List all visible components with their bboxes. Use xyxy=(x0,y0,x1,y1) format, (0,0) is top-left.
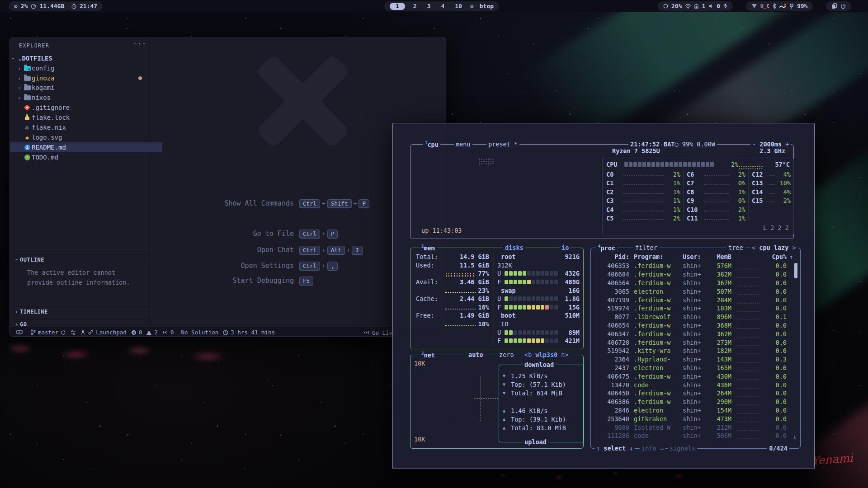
workspace-button[interactable]: 10 xyxy=(453,3,464,9)
battery-status: BAT○ 99% 0.00W xyxy=(662,141,717,148)
error-icon xyxy=(131,330,137,335)
process-row[interactable]: 406684 .ferdium-w shin+ 382M 0.0 xyxy=(591,270,800,279)
process-row[interactable]: 13470 code shin+ 436M 0.0 xyxy=(591,380,800,389)
process-row[interactable]: 253640 gitkraken shin+ 473M 0.0 xyxy=(591,414,800,423)
workspace-button[interactable]: 1 xyxy=(390,3,405,10)
proc-info-control[interactable]: info ↵ xyxy=(640,445,665,452)
tree-item-flake-nix[interactable]: ❄ flake.nix xyxy=(10,122,162,132)
proc-table-header[interactable]: Pid: Program: User: MemB Cpu% ↑ xyxy=(591,253,800,261)
system-stats-pill[interactable]: ⚙ 2% 11.44GB xyxy=(9,1,70,11)
active-window-title: btop xyxy=(480,3,494,9)
update-interval-control[interactable]: - 2000ms + xyxy=(750,141,791,148)
tray-pill[interactable]: U̲C 99% xyxy=(746,1,813,11)
net-interface-selector[interactable]: <b wlp3s0 n> xyxy=(523,351,571,358)
tree-item-kogami[interactable]: › kogami xyxy=(10,83,156,93)
net-tab[interactable]: 3net xyxy=(420,351,437,359)
tree-root-dotfiles[interactable]: › .DOTFILES xyxy=(10,53,150,63)
process-row[interactable]: 406347 .ferdium-w shin+ 362M 0.0 xyxy=(591,329,800,338)
outline-section-header[interactable]: › OUTLINE xyxy=(14,256,44,263)
process-row[interactable]: 519942 .kitty-wra shin+ 182M 0.0 xyxy=(591,347,800,355)
proc-scrollbar-thumb[interactable] xyxy=(794,263,797,278)
process-row[interactable]: 3065 electron shin+ 507M 0.0 xyxy=(591,287,800,296)
process-row[interactable]: 406450 .ferdium-w shin+ 264M 0.0 xyxy=(591,389,800,398)
tree-item-logo-svg[interactable]: ✱ logo.svg xyxy=(10,132,162,142)
ports-indicator[interactable]: 0 xyxy=(162,329,174,336)
process-row[interactable]: 2364 .Hyprland- shin+ 143M 0.3 xyxy=(591,355,800,364)
proc-filter-button[interactable]: filter xyxy=(633,244,659,251)
process-row[interactable]: 519974 .ferdium-w shin+ 103M 0.0 xyxy=(591,304,800,313)
process-row[interactable]: 406475 .ferdium-w shin+ 430M 0.0 xyxy=(591,372,800,380)
go-live-button[interactable]: Go Live xyxy=(363,328,396,337)
menu-button[interactable]: menu xyxy=(454,141,472,148)
workspace-list: 123410 xyxy=(390,3,464,10)
net-graph-dots xyxy=(474,398,498,399)
process-row[interactable]: 407199 .ferdium-w shin+ 284M 0.0 xyxy=(591,296,800,304)
core-column-1: C02%C11%C21%C31%C41%C52% xyxy=(606,169,680,222)
session-pill[interactable] xyxy=(826,1,851,11)
tree-item-config[interactable]: › config xyxy=(10,63,156,73)
proc-signals-control[interactable]: signals xyxy=(668,445,697,452)
folder-icon xyxy=(23,85,32,90)
process-row[interactable]: 406353 .ferdium-w shin+ 576M 0.0 xyxy=(591,262,800,270)
proc-tree-button[interactable]: tree xyxy=(726,244,745,251)
proc-tab[interactable]: 4proc xyxy=(596,244,617,252)
proc-select-control[interactable]: ↑ select ↓ xyxy=(594,445,635,452)
git-branch-button[interactable]: master xyxy=(31,329,66,336)
bluetooth-icon xyxy=(773,3,776,9)
process-row[interactable]: 406386 .ferdium-w shin+ 290M 0.0 xyxy=(591,398,800,406)
tree-item-ginoza[interactable]: › ginoza xyxy=(10,73,156,83)
launchpad-button[interactable]: Launchpad xyxy=(80,329,127,336)
mem-tab[interactable]: 2mem xyxy=(420,244,437,252)
explorer-more-actions-button[interactable]: ··· xyxy=(133,40,146,48)
modified-badge xyxy=(138,76,142,80)
settings-sync-button[interactable] xyxy=(71,330,76,335)
process-row[interactable]: 406564 .ferdium-w shin+ 367M 0.0 xyxy=(591,279,800,287)
process-row[interactable]: 406728 .ferdium-w shin+ 273M 0.0 xyxy=(591,338,800,347)
net-auto-button[interactable]: auto xyxy=(467,351,485,358)
process-row[interactable]: 8077 .librewolf shin+ 896M 0.1 xyxy=(591,313,800,321)
process-row[interactable]: 9080 Isolated W shin+ 212M 0.0 xyxy=(591,423,800,432)
chevron-down-icon: › xyxy=(14,257,20,263)
net-stat-row: ▼1.25 KiB/s xyxy=(499,371,584,380)
tree-item-gitignore[interactable]: .gitignore xyxy=(10,103,162,113)
timeline-section-header[interactable]: › TIMELINE xyxy=(14,308,48,315)
chevron-right-icon: › xyxy=(14,308,20,315)
lock-icon xyxy=(23,115,32,120)
tree-item-nixos[interactable]: › nixos xyxy=(10,93,156,103)
process-row[interactable]: 406654 .ferdium-w shin+ 368M 0.0 xyxy=(591,321,800,330)
svg-asterisk-icon: ✱ xyxy=(23,134,32,141)
errors-indicator[interactable]: 0 2 xyxy=(131,329,158,336)
workspace-button[interactable]: 4 xyxy=(439,3,447,9)
process-row[interactable]: 111286 code shin+ 506M 0.0 xyxy=(591,432,800,440)
clock-icon xyxy=(71,4,76,9)
vscode-window: EXPLORER ··· › .DOTFILES › config › gino… xyxy=(9,38,446,337)
quick-status-pill[interactable]: 20% 1 0 xyxy=(658,1,733,11)
solution-indicator[interactable]: No Solution xyxy=(181,329,218,336)
workspace-button[interactable]: 3 xyxy=(425,3,433,9)
cpu-usage-dots xyxy=(737,350,760,354)
disk-free-meter xyxy=(505,338,559,343)
brightness-icon xyxy=(663,4,668,9)
tree-item-todo[interactable]: ✓ TODO.md xyxy=(10,152,162,162)
cpu-tab[interactable]: 1cpu xyxy=(423,141,440,148)
time-tracker[interactable]: 3 hrs 41 mins xyxy=(223,329,275,336)
clock-pill[interactable]: 21:47 xyxy=(66,1,103,11)
workspace-button[interactable]: 2 xyxy=(411,3,419,9)
core-column-2: C62%C70%C81%C90%C102%C111% xyxy=(687,169,745,222)
preset-button[interactable]: preset * xyxy=(486,141,519,148)
io-title[interactable]: io xyxy=(560,244,571,251)
process-row[interactable]: 2437 electron shin+ 165M 0.6 xyxy=(591,364,800,372)
go-section-header[interactable]: › GO xyxy=(14,321,27,328)
proc-sort-selector[interactable]: < cpu lazy > xyxy=(750,244,798,251)
explorer-header: EXPLORER xyxy=(19,42,49,49)
net-zero-button[interactable]: zero xyxy=(497,351,516,358)
remote-indicator-button[interactable] xyxy=(16,330,23,335)
tree-item-flake-lock[interactable]: flake.lock xyxy=(10,113,162,122)
scroll-down-icon[interactable]: ↓ xyxy=(793,433,797,440)
battery-value: 99% xyxy=(797,3,807,9)
disks-title[interactable]: disks xyxy=(503,244,525,251)
process-row[interactable]: 2846 electron shin+ 154M 0.0 xyxy=(591,406,800,415)
tree-item-readme-selected[interactable]: i README.md xyxy=(10,142,162,152)
desktop: Yenami EXPLORER ··· › .DOTFILES › config… xyxy=(0,0,868,488)
clock: 21:47:52 xyxy=(628,141,661,148)
